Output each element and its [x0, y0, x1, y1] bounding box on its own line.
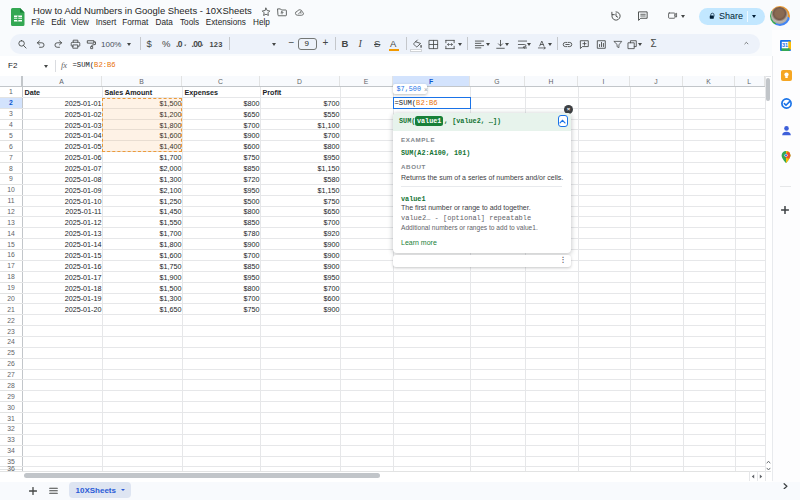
- svg-text:31: 31: [782, 42, 788, 48]
